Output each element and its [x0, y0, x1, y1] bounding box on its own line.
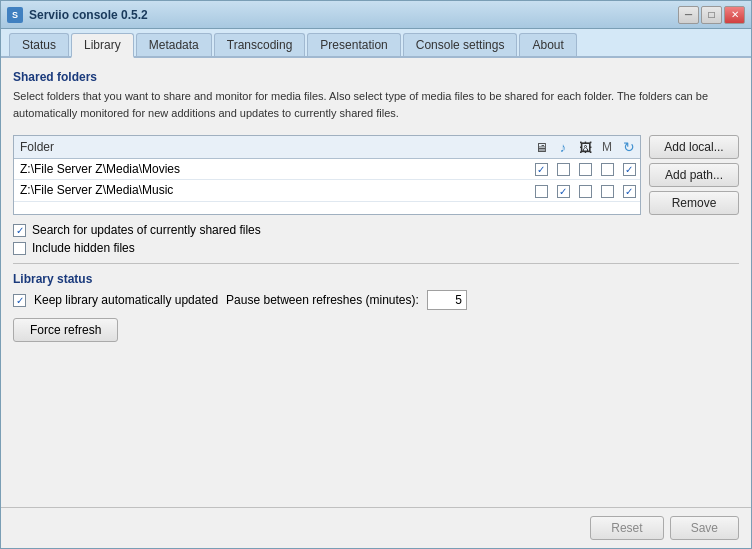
minimize-button[interactable]: ─ — [678, 6, 699, 24]
include-hidden-row: Include hidden files — [13, 241, 739, 255]
misc-cb-1[interactable] — [596, 159, 618, 180]
remove-button[interactable]: Remove — [649, 191, 739, 215]
search-updates-row: Search for updates of currently shared f… — [13, 223, 739, 237]
col-folder-header: Folder — [14, 136, 530, 159]
music-cb-2[interactable] — [552, 180, 574, 201]
tab-about[interactable]: About — [519, 33, 576, 56]
library-status-title: Library status — [13, 272, 739, 286]
tab-bar: Status Library Metadata Transcoding Pres… — [1, 29, 751, 58]
video-cb-2[interactable] — [530, 180, 552, 201]
content-area: Shared folders Select folders that you w… — [1, 58, 751, 507]
save-button[interactable]: Save — [670, 516, 739, 540]
window-title: Serviio console 0.5.2 — [29, 8, 678, 22]
shared-folders-description: Select folders that you want to share an… — [13, 88, 739, 121]
close-button[interactable]: ✕ — [724, 6, 745, 24]
col-misc-icon-header: M — [596, 136, 618, 159]
tab-transcoding[interactable]: Transcoding — [214, 33, 306, 56]
col-photo-icon-header: 🖼 — [574, 136, 596, 159]
col-video-icon-header: 🖥 — [530, 136, 552, 159]
folder-path-2: Z:\File Server Z\Media\Music — [14, 180, 530, 201]
photo-cb-1[interactable] — [574, 159, 596, 180]
main-window: S Serviio console 0.5.2 ─ □ ✕ Status Lib… — [0, 0, 752, 549]
status-row: Keep library automatically updated Pause… — [13, 290, 739, 310]
refresh-cb-1[interactable] — [618, 159, 640, 180]
folder-table-container: Folder 🖥 ♪ 🖼 M — [13, 135, 641, 215]
music-cb-1[interactable] — [552, 159, 574, 180]
library-status-section: Library status Keep library automaticall… — [13, 263, 739, 342]
include-hidden-checkbox[interactable] — [13, 242, 26, 255]
folder-row: Folder 🖥 ♪ 🖼 M — [13, 135, 739, 215]
tab-status[interactable]: Status — [9, 33, 69, 56]
tab-presentation[interactable]: Presentation — [307, 33, 400, 56]
shared-folders-section: Shared folders Select folders that you w… — [13, 70, 739, 127]
col-music-icon-header: ♪ — [552, 136, 574, 159]
search-updates-checkbox[interactable] — [13, 224, 26, 237]
reset-button[interactable]: Reset — [590, 516, 663, 540]
folder-buttons: Add local... Add path... Remove — [649, 135, 739, 215]
force-refresh-button[interactable]: Force refresh — [13, 318, 118, 342]
refresh-cb-2[interactable] — [618, 180, 640, 201]
pause-label: Pause between refreshes (minutes): — [226, 293, 419, 307]
add-path-button[interactable]: Add path... — [649, 163, 739, 187]
search-updates-label: Search for updates of currently shared f… — [32, 223, 261, 237]
photo-cb-2[interactable] — [574, 180, 596, 201]
keep-updated-checkbox[interactable] — [13, 294, 26, 307]
keep-updated-label: Keep library automatically updated — [34, 293, 218, 307]
add-local-button[interactable]: Add local... — [649, 135, 739, 159]
window-controls: ─ □ ✕ — [678, 6, 745, 24]
col-refresh-icon-header: ↻ — [618, 136, 640, 159]
bottom-bar: Reset Save — [1, 507, 751, 548]
folder-table: Folder 🖥 ♪ 🖼 M — [14, 136, 640, 202]
pause-input[interactable] — [427, 290, 467, 310]
include-hidden-label: Include hidden files — [32, 241, 135, 255]
maximize-button[interactable]: □ — [701, 6, 722, 24]
video-cb-1[interactable] — [530, 159, 552, 180]
table-row: Z:\File Server Z\Media\Music — [14, 180, 640, 201]
folder-path-1: Z:\File Server Z\Media\Movies — [14, 159, 530, 180]
shared-folders-title: Shared folders — [13, 70, 739, 84]
tab-console-settings[interactable]: Console settings — [403, 33, 518, 56]
misc-cb-2[interactable] — [596, 180, 618, 201]
options-section: Search for updates of currently shared f… — [13, 223, 739, 255]
table-row: Z:\File Server Z\Media\Movies — [14, 159, 640, 180]
tab-library[interactable]: Library — [71, 33, 134, 58]
app-icon: S — [7, 7, 23, 23]
title-bar: S Serviio console 0.5.2 ─ □ ✕ — [1, 1, 751, 29]
tab-metadata[interactable]: Metadata — [136, 33, 212, 56]
